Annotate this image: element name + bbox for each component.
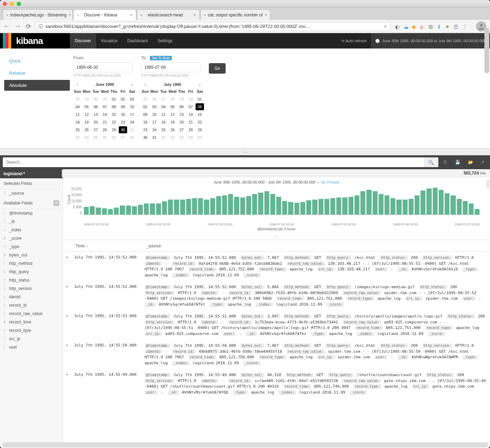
cal-day[interactable]: 02 bbox=[73, 134, 82, 141]
browser-tab[interactable]: ▫cat: output specific number of× bbox=[200, 9, 270, 20]
cal-day[interactable]: 21 bbox=[187, 119, 195, 126]
cal-day[interactable]: 03 bbox=[128, 96, 136, 103]
histogram-bar[interactable] bbox=[469, 203, 474, 215]
available-field[interactable]: trecord_type bbox=[0, 326, 63, 335]
available-field[interactable]: trecord_id bbox=[0, 301, 63, 309]
time-tab-quick[interactable]: Quick bbox=[4, 55, 70, 66]
auto-refresh-toggle[interactable]: ⟳ Auto-refresh bbox=[337, 39, 371, 43]
histogram-bar[interactable] bbox=[90, 206, 95, 215]
cal-day[interactable]: 26 bbox=[168, 126, 177, 133]
histogram-bar[interactable] bbox=[246, 196, 251, 215]
histogram-bar[interactable] bbox=[349, 197, 353, 215]
histogram-bar[interactable] bbox=[138, 205, 143, 215]
cal-day[interactable]: 25 bbox=[159, 126, 168, 133]
available-field[interactable]: thttp_version bbox=[0, 284, 63, 293]
histogram-bar[interactable] bbox=[276, 197, 281, 215]
histogram-bar[interactable] bbox=[330, 198, 335, 215]
cal-day[interactable]: 20 bbox=[177, 119, 186, 126]
available-field[interactable]: tidentd bbox=[0, 293, 63, 301]
browser-tab[interactable]: ▫IndexApacheLogs - Streaming× bbox=[3, 9, 73, 20]
cal-day[interactable]: 15 bbox=[196, 111, 204, 118]
ext-icon-2[interactable]: ☁ bbox=[403, 24, 409, 29]
cal-day[interactable]: 15 bbox=[110, 111, 118, 118]
ext-icon-5[interactable]: ⊞ bbox=[429, 24, 434, 29]
cal-day[interactable]: 11 bbox=[73, 111, 82, 118]
cal-day[interactable]: 29 bbox=[177, 96, 186, 103]
available-field[interactable]: t_id bbox=[0, 217, 63, 226]
histogram-bar[interactable] bbox=[204, 200, 209, 215]
histogram-bar[interactable] bbox=[439, 190, 444, 215]
cal-day[interactable]: 22 bbox=[110, 119, 118, 126]
histogram-bar[interactable] bbox=[475, 209, 480, 215]
window-zoom-dot[interactable] bbox=[17, 2, 21, 6]
cal-day[interactable]: 29 bbox=[196, 126, 204, 133]
cal-day[interactable]: 30 bbox=[119, 126, 127, 133]
available-field[interactable]: ○@timestamp bbox=[0, 209, 63, 217]
available-field[interactable]: t_index bbox=[0, 226, 63, 234]
cal-prev-icon[interactable]: ‹ bbox=[75, 82, 80, 87]
cal-day[interactable]: 05 bbox=[168, 103, 177, 110]
histogram-bar[interactable] bbox=[150, 203, 155, 215]
histogram-bar[interactable] bbox=[420, 191, 425, 215]
histogram-bar[interactable] bbox=[270, 194, 275, 215]
reload-button[interactable]: ⟳ bbox=[26, 23, 31, 30]
histogram-bar[interactable] bbox=[240, 197, 245, 215]
available-field[interactable]: #record_time bbox=[0, 318, 63, 326]
cal-day[interactable]: 29 bbox=[82, 96, 91, 103]
cal-day[interactable]: 04 bbox=[187, 134, 195, 141]
set-to-now-button[interactable]: Set To Now bbox=[150, 56, 172, 60]
time-tab-relative[interactable]: Relative bbox=[4, 68, 70, 79]
histogram-bar[interactable] bbox=[96, 208, 101, 215]
cal-day[interactable]: 13 bbox=[92, 111, 100, 118]
search-input[interactable] bbox=[3, 157, 424, 167]
cal-day[interactable]: 01 bbox=[196, 96, 204, 103]
available-field[interactable]: t_type bbox=[0, 242, 63, 251]
index-pattern-selector[interactable]: logisland-* ‹ bbox=[0, 169, 63, 178]
cal-day[interactable]: 22 bbox=[196, 119, 204, 126]
bookmark-star-icon[interactable]: ☆ bbox=[383, 24, 388, 29]
histogram-bar[interactable] bbox=[102, 208, 107, 215]
cal-day[interactable]: 19 bbox=[168, 119, 177, 126]
expand-row-icon[interactable]: ▸ bbox=[64, 340, 71, 369]
window-minimize-dot[interactable] bbox=[10, 2, 14, 6]
histogram-bar[interactable] bbox=[409, 199, 414, 215]
histogram-bar[interactable] bbox=[373, 191, 378, 215]
back-button[interactable]: ← bbox=[3, 23, 10, 30]
interval-link[interactable]: by 3 hours bbox=[321, 180, 339, 184]
search-button[interactable]: 🔍 bbox=[424, 157, 438, 167]
address-bar[interactable]: ⓘ sandbox:5601/app/kibana#/discover?_g=(… bbox=[35, 22, 391, 31]
histogram-bar[interactable] bbox=[366, 190, 371, 215]
histogram-bar[interactable] bbox=[312, 200, 317, 215]
cal-day[interactable]: 09 bbox=[119, 103, 127, 110]
histogram-bar[interactable] bbox=[445, 193, 449, 215]
histogram-bar[interactable] bbox=[198, 198, 203, 215]
source-column-header[interactable]: _source bbox=[142, 241, 489, 252]
histogram-bar[interactable] bbox=[360, 191, 365, 215]
histogram-bar[interactable] bbox=[192, 198, 197, 215]
histogram-bar[interactable] bbox=[319, 199, 323, 215]
histogram-bar[interactable] bbox=[180, 200, 185, 215]
cal-day[interactable]: 31 bbox=[150, 134, 159, 141]
cal-day[interactable]: 07 bbox=[101, 103, 109, 110]
tab-close-icon[interactable]: × bbox=[263, 13, 267, 17]
cal-day[interactable]: 27 bbox=[92, 126, 100, 133]
histogram-bar[interactable] bbox=[144, 203, 149, 215]
cal-day[interactable]: 24 bbox=[150, 126, 159, 133]
go-button[interactable]: Go bbox=[209, 63, 226, 74]
histogram-bar[interactable] bbox=[403, 200, 408, 215]
histogram-bar[interactable] bbox=[288, 202, 293, 215]
cal-day[interactable]: 14 bbox=[101, 111, 109, 118]
cal-day[interactable]: 07 bbox=[119, 134, 127, 141]
nav-dashboard[interactable]: Dashboard bbox=[123, 33, 153, 48]
histogram-bar[interactable] bbox=[354, 195, 359, 215]
available-field[interactable]: tuser bbox=[0, 343, 63, 351]
horizontal-scrollbar[interactable] bbox=[2, 442, 488, 447]
cal-day[interactable]: 30 bbox=[141, 134, 149, 141]
cal-day[interactable]: 30 bbox=[92, 96, 100, 103]
cal-day[interactable]: 08 bbox=[128, 134, 136, 141]
time-panel-collapse[interactable]: ︿ bbox=[0, 148, 490, 155]
cal-day[interactable]: 06 bbox=[92, 103, 100, 110]
available-field[interactable]: tsrc_ip bbox=[0, 335, 63, 343]
cal-day[interactable]: 23 bbox=[119, 119, 127, 126]
histogram-bar[interactable] bbox=[162, 201, 167, 215]
